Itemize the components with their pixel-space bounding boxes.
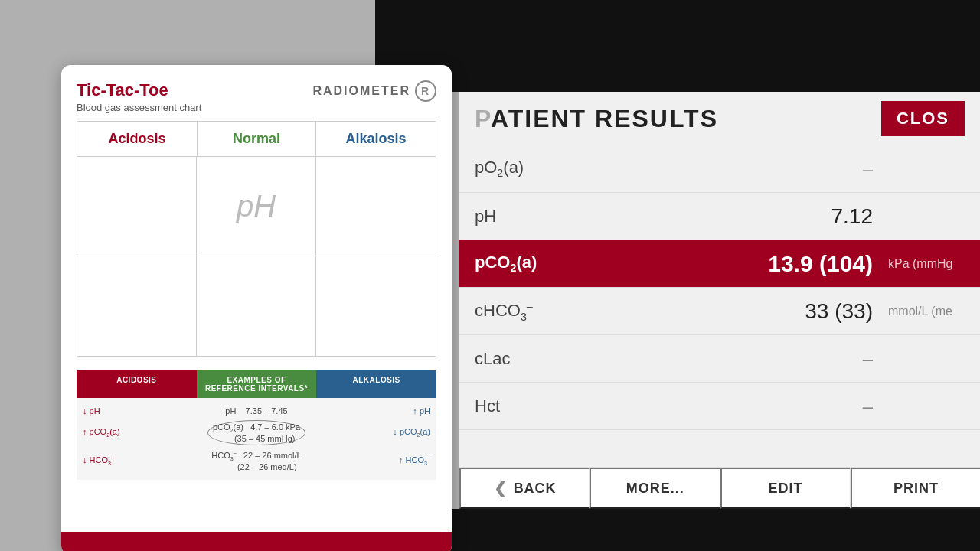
- ref-left-hco3: ↓ HCO3–: [83, 455, 198, 467]
- close-button[interactable]: CLOS: [881, 101, 965, 136]
- ref-row-ph: ↓ pH pH 7.35 – 7.45 ↑ pH: [77, 404, 436, 418]
- result-unit-pco2: kPa (mmHg: [888, 257, 965, 271]
- ref-right-pco2: ↓ pCO2(a): [315, 427, 430, 439]
- result-row-clac: cLac –: [459, 335, 980, 383]
- ref-center-ph: pH 7.35 – 7.45: [198, 406, 314, 416]
- grid-cell-6: [316, 256, 436, 356]
- ref-left-pco2: ↑ pCO2(a): [83, 427, 198, 439]
- ref-acidosis-header: ACIDOSIS: [77, 370, 197, 398]
- result-name-hct: Hct: [475, 396, 863, 416]
- card-subtitle: Blood gas assessment chart: [77, 102, 201, 113]
- ref-row-pco2: ↑ pCO2(a) pCO2(a) 4.7 – 6.0 kPa (35 – 45…: [77, 418, 436, 448]
- result-value-po2: –: [863, 158, 888, 180]
- assessment-grid: Acidosis Normal Alkalosis pH: [77, 121, 436, 357]
- bottom-red-bar: [61, 532, 452, 551]
- result-name-chco3: cHCO3–: [475, 300, 805, 323]
- bg-top-dark: [375, 0, 980, 92]
- ref-right-hco3: ↑ HCO3–: [315, 455, 430, 467]
- patient-panel: PATIENT RESULTS CLOS pO2(a) – pH 7.12 pC…: [459, 92, 980, 509]
- panel-title-text: ATIENT RESULTS: [491, 105, 718, 132]
- card-title-block: Tic-Tac-Toe Blood gas assessment chart: [77, 80, 201, 113]
- acidosis-header: Acidosis: [77, 122, 197, 156]
- grid-cell-5: [197, 256, 316, 356]
- back-chevron-icon: ❮: [494, 479, 508, 497]
- radiometer-logo: RADIOMETER R: [312, 80, 436, 102]
- ref-left-ph: ↓ pH: [83, 406, 198, 416]
- result-name-pco2: pCO2(a): [475, 253, 768, 274]
- ref-center-hco3: HCO3– 22 – 26 mmol/L (22 – 26 meq/L): [198, 450, 314, 471]
- result-row-pco2: pCO2(a) 13.9 (104) kPa (mmHg: [459, 240, 980, 288]
- grid-cell-3: [316, 157, 436, 256]
- ph-grid-label: pH: [237, 189, 276, 223]
- results-list: pO2(a) – pH 7.12 pCO2(a) 13.9 (104) kPa …: [459, 145, 980, 467]
- result-value-pco2: 13.9 (104): [768, 251, 888, 277]
- panel-title: PATIENT RESULTS: [475, 105, 718, 133]
- edit-button[interactable]: EDIT: [720, 468, 851, 509]
- card-title: Tic-Tac-Toe: [77, 80, 201, 100]
- tic-tac-toe-card: Tic-Tac-Toe Blood gas assessment chart R…: [61, 65, 452, 551]
- grid-cell-4: [77, 256, 197, 356]
- result-unit-chco3: mmol/L (me: [888, 305, 965, 318]
- print-button[interactable]: PRINT: [851, 468, 980, 509]
- alkalosis-header: Alkalosis: [316, 122, 436, 156]
- result-value-clac: –: [863, 348, 888, 370]
- grid-body: pH: [77, 157, 436, 356]
- result-name-po2: pO2(a): [475, 158, 863, 179]
- result-value-ph: 7.12: [831, 204, 889, 229]
- brand-name: RADIOMETER: [312, 84, 410, 98]
- result-row-hct: Hct –: [459, 383, 980, 430]
- pco2-reference-circled: pCO2(a) 4.7 – 6.0 kPa (35 – 45 mmHg): [207, 420, 305, 445]
- back-button[interactable]: ❮ BACK: [459, 468, 590, 509]
- bottom-navigation: ❮ BACK MORE... EDIT PRINT: [459, 467, 980, 509]
- more-button[interactable]: MORE...: [590, 468, 720, 509]
- back-label: BACK: [514, 481, 557, 497]
- grid-cell-1: [77, 157, 197, 256]
- bg-bottom-dark: [375, 509, 980, 551]
- result-name-clac: cLac: [475, 349, 863, 369]
- ref-row-hco3: ↓ HCO3– HCO3– 22 – 26 mmol/L (22 – 26 me…: [77, 448, 436, 474]
- normal-header: Normal: [197, 122, 316, 156]
- ref-table-header: ACIDOSIS EXAMPLES OFREFERENCE INTERVALS*…: [77, 370, 436, 398]
- result-row-chco3: cHCO3– 33 (33) mmol/L (me: [459, 288, 980, 335]
- result-value-hct: –: [863, 396, 888, 417]
- ref-alkalosis-header: ALKALOSIS: [316, 370, 436, 398]
- result-value-chco3: 33 (33): [805, 299, 888, 324]
- ref-center-pco2: pCO2(a) 4.7 – 6.0 kPa (35 – 45 mmHg): [198, 420, 314, 445]
- grid-cell-2: pH: [197, 157, 316, 256]
- card-header: Tic-Tac-Toe Blood gas assessment chart R…: [77, 80, 436, 113]
- ref-examples-header: EXAMPLES OFREFERENCE INTERVALS*: [197, 370, 317, 398]
- result-row-po2: pO2(a) –: [459, 145, 980, 193]
- ref-right-ph: ↑ pH: [315, 406, 430, 416]
- radiometer-icon: R: [415, 80, 436, 102]
- result-row-ph: pH 7.12: [459, 193, 980, 240]
- result-name-ph: pH: [475, 207, 831, 227]
- panel-header: PATIENT RESULTS CLOS: [459, 92, 980, 145]
- grid-header: Acidosis Normal Alkalosis: [77, 122, 436, 157]
- reference-table: ACIDOSIS EXAMPLES OFREFERENCE INTERVALS*…: [77, 370, 436, 480]
- ref-table-body: ↓ pH pH 7.35 – 7.45 ↑ pH ↑ pCO2(a) pCO2(…: [77, 398, 436, 480]
